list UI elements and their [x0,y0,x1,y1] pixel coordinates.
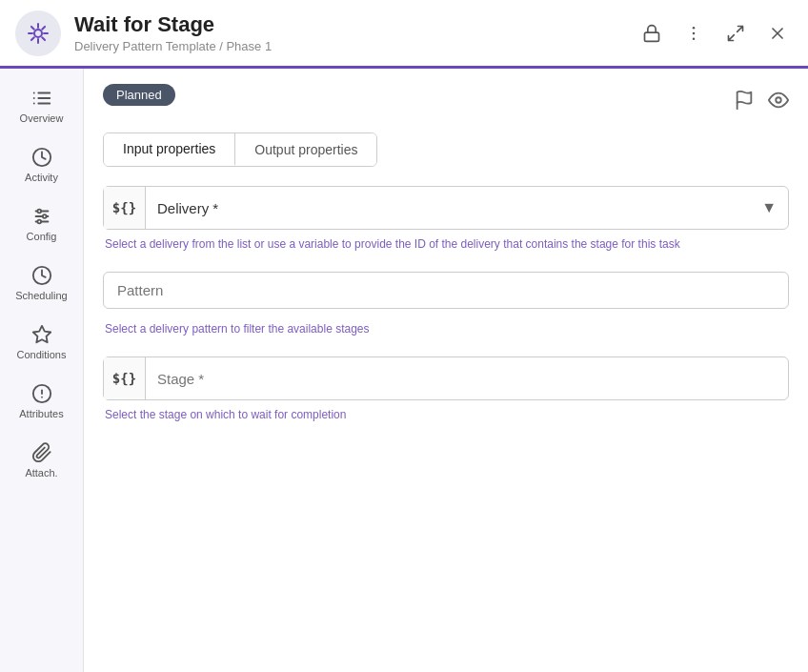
pattern-input[interactable] [103,272,789,309]
content-header-row: Planned [103,84,789,119]
delivery-wrapper: Delivery * ▼ [146,191,788,226]
svg-point-26 [776,97,781,103]
more-options-button[interactable] [678,18,709,49]
status-badge: Planned [103,84,175,106]
sidebar-item-conditions[interactable]: Conditions [0,313,83,372]
stage-field-row: ${} [103,356,789,400]
svg-point-3 [693,31,696,34]
property-tabs: Input properties Output properties [103,132,377,167]
sidebar: Overview Activity Config [0,69,84,672]
svg-point-17 [37,210,41,214]
stage-field-group: ${} Select the stage on which to wait fo… [103,356,789,423]
header-actions [636,18,793,49]
tab-input-properties[interactable]: Input properties [104,133,235,166]
content-area: Planned [84,69,808,672]
sidebar-item-config-label: Config [27,231,57,242]
svg-point-0 [34,30,42,37]
svg-point-19 [37,220,41,224]
close-button[interactable] [762,18,793,49]
delivery-select[interactable]: Delivery * [146,191,750,226]
sidebar-item-scheduling-label: Scheduling [15,290,67,301]
flag-button[interactable] [734,90,755,113]
content-header-actions [734,90,789,113]
delivery-variable-prefix: ${} [104,187,146,229]
page-title: Wait for Stage [74,12,636,37]
svg-rect-1 [645,32,659,41]
sidebar-item-attach-label: Attach. [25,467,57,479]
sidebar-item-scheduling[interactable]: Scheduling [0,254,83,313]
sidebar-item-overview-label: Overview [20,112,64,124]
delivery-field-group: ${} Delivery * ▼ Select a delivery from … [103,186,789,253]
tab-output-properties[interactable]: Output properties [235,133,376,166]
stage-variable-prefix: ${} [104,357,146,399]
pattern-hint: Select a delivery pattern to filter the … [103,320,789,337]
app-icon [15,10,61,56]
sidebar-item-activity[interactable]: Activity [0,135,83,194]
svg-point-2 [693,26,696,29]
sidebar-item-attributes-label: Attributes [19,408,63,419]
expand-button[interactable] [720,18,751,49]
lock-button[interactable] [636,18,667,49]
sidebar-item-conditions-label: Conditions [17,349,67,360]
delivery-field-row: ${} Delivery * ▼ [103,186,789,230]
sidebar-item-activity-label: Activity [25,172,58,183]
stage-hint: Select the stage on which to wait for co… [103,406,789,423]
header-titles: Wait for Stage Delivery Pattern Template… [74,12,636,53]
delivery-dropdown-arrow: ▼ [750,199,788,216]
sidebar-item-attach[interactable]: Attach. [0,431,83,490]
pattern-field-group: Select a delivery pattern to filter the … [103,272,789,337]
main-body: Overview Activity Config [0,69,808,672]
delivery-hint: Select a delivery from the list or use a… [103,235,789,253]
sidebar-item-overview[interactable]: Overview [0,76,83,135]
sidebar-item-config[interactable]: Config [0,194,83,254]
svg-point-4 [693,37,696,40]
svg-marker-21 [32,326,50,342]
stage-input[interactable] [146,361,788,397]
svg-point-18 [42,214,46,218]
sidebar-item-attributes[interactable]: Attributes [0,372,83,431]
app-header: Wait for Stage Delivery Pattern Template… [0,0,808,69]
watch-button[interactable] [768,90,789,113]
breadcrumb: Delivery Pattern Template / Phase 1 [74,39,636,53]
